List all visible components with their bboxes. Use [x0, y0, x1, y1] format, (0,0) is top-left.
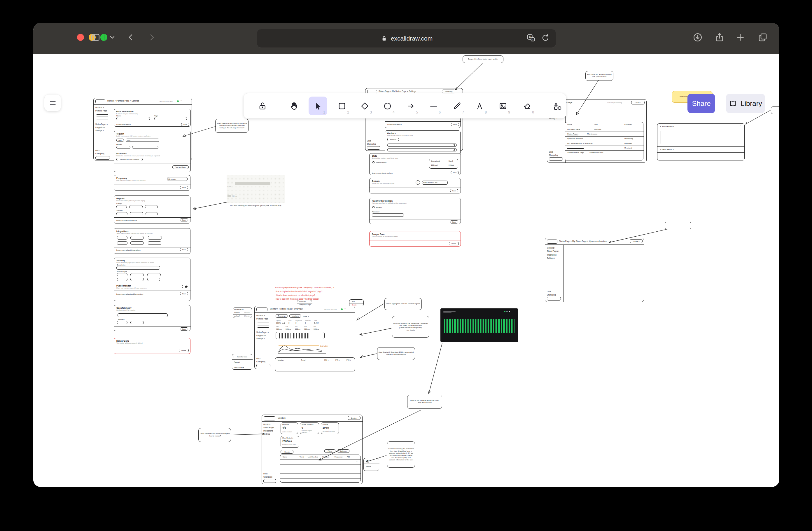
card-danger-monitor[interactable]: Danger ZoneThis monitor will be permanen…: [114, 338, 190, 354]
sticky-new-monitor[interactable]: When creating a new monitor, only show t…: [215, 119, 248, 133]
card-stats[interactable]: StatsSelect all the monitors you'd like …: [369, 153, 461, 175]
tool-image-button[interactable]: 9: [493, 97, 512, 115]
sticky-cards-space[interactable]: These cards take too much visual space -…: [198, 428, 231, 442]
wire-card: Uptime100%across all monitors: [321, 422, 339, 434]
sticky-values-aggregated[interactable]: Values aggregated over ALL selected regi…: [385, 298, 422, 310]
share-page-icon[interactable]: [714, 31, 725, 43]
sticky-area-chart[interactable]: Area Chart with Download, DNS,... aggreg…: [377, 347, 415, 360]
reload-icon[interactable]: [541, 33, 550, 43]
tab-overview-icon[interactable]: [757, 31, 769, 43]
wire-bc: Status Page > My Status Page > Upstream …: [559, 240, 607, 242]
card-danger-statuspage[interactable]: Danger ZoneThis monitor will be permanen…: [369, 231, 461, 246]
wire-txt: Learn more about regions: [372, 172, 393, 174]
menu-edit-delete[interactable]: EditDelete: [349, 299, 364, 306]
library-button[interactable]: Library: [726, 94, 765, 113]
wf-status-report[interactable]: ∨ Status Report X...> Status Report Y: [657, 124, 745, 160]
sticky-badge[interactable]: Badge of the latest status report update: [463, 55, 504, 63]
whiteboard-canvas[interactable]: To move canvas, hold mouse wheel or spac…: [33, 54, 779, 487]
wire-hl: [258, 322, 269, 322]
tool-rectangle-button[interactable]: 2: [333, 97, 351, 115]
wf-upstream-downtime[interactable]: Status Page > My Status Page > Upstream …: [545, 238, 644, 302]
wire-cs: This monitor will be permanently deleted: [372, 235, 398, 237]
wire-ct: Frequency: [116, 177, 127, 180]
tool-selection-button[interactable]: 1: [308, 97, 327, 115]
back-button[interactable]: [125, 31, 137, 43]
card-domain[interactable]: DomainDefine your own subdomain to use✓s…: [369, 178, 461, 193]
map-caption[interactable]: Use dots showing the active regions (gre…: [227, 204, 285, 207]
wire-si: Integrations: [256, 334, 266, 336]
wire-hl: [258, 327, 269, 328]
wire-cs: across all monitors: [323, 430, 338, 432]
tool-eraser-button[interactable]: 0: [518, 97, 536, 115]
tool-lock-button[interactable]: [253, 97, 272, 115]
sticky-percentiles[interactable]: Consider removing the percentiles here f…: [387, 442, 415, 468]
card-password[interactable]: Password protectionHide your page from t…: [369, 198, 461, 224]
wire-circ: [234, 356, 236, 358]
toolbar-divider: [277, 99, 277, 113]
wire-txt: Share values: [376, 161, 387, 163]
wire-si: Changelog: [256, 361, 265, 363]
close-window-button[interactable]: [77, 34, 84, 41]
tool-line-button[interactable]: 6: [424, 97, 443, 115]
card-integrations[interactable]: IntegrationsSelect the notification chan…: [114, 228, 190, 254]
wf-monitor-overview[interactable]: Monitor > Portfolio Page > Overviewlast …: [254, 306, 355, 369]
wire-si: Docs: [549, 151, 553, 153]
wire-card: LocationTrendP50 ↕P75 ↕P99 ↕: [275, 357, 355, 371]
wire-card: NameTrendLast CheckedUp/DownFrequencyP50…: [280, 455, 361, 483]
translate-icon[interactable]: Ax: [526, 33, 536, 43]
svg-text:x: x: [532, 38, 534, 41]
wire-lb: Active Incidents: [302, 424, 314, 426]
card-regions[interactable]: RegionsWhere around the globe do you wan…: [114, 196, 190, 224]
wire-hl: [385, 121, 461, 122]
wire-si: Docs: [367, 140, 371, 142]
tool-ellipse-button[interactable]: 4: [378, 97, 397, 115]
note-red-3[interactable]: How to share on-demand vs. scheduled pin…: [276, 294, 315, 296]
chevron-down-icon[interactable]: [106, 31, 118, 43]
wire-mapbox: [228, 195, 231, 197]
downloads-icon[interactable]: [692, 31, 704, 43]
wire-mut: ...: [345, 307, 346, 309]
tool-shortcut: 3: [370, 110, 372, 114]
sticky-add-cards[interactable]: Add cards, e.g 'add status report with u…: [585, 71, 613, 81]
world-map[interactable]: 0 ms400 ms: [227, 175, 285, 203]
box-empty-note[interactable]: [665, 222, 691, 229]
address-bar[interactable]: excalidraw.com Ax: [257, 29, 556, 48]
tool-text-button[interactable]: 8: [470, 97, 489, 115]
wf-monitors-list[interactable]: MonitorsCreate +MonitorsStatus PagesInte…: [262, 415, 363, 484]
share-button[interactable]: Share: [687, 94, 715, 113]
menu-user[interactable]: Maximilian KaskeAccountSwitch theme: [232, 354, 252, 370]
tool-diamond-button[interactable]: 3: [355, 97, 374, 115]
tool-hand-button[interactable]: [285, 97, 303, 115]
new-tab-icon[interactable]: [735, 31, 746, 43]
wire-bt: Save: [450, 189, 458, 192]
connector-arrow: [361, 354, 377, 357]
tool-shapes-button[interactable]: [548, 97, 567, 115]
card-frequency[interactable]: FrequencyHow often do you want to ping y…: [114, 175, 190, 190]
card-opentelemetry[interactable]: OpenTelemetryConfigure your OTel exporte…: [114, 305, 190, 331]
main-menu-button[interactable]: [44, 95, 61, 111]
browser-titlebar: excalidraw.com Ax: [33, 23, 779, 54]
wire-mut: ...: [740, 124, 741, 126]
box-clipped-right[interactable]: [771, 106, 779, 114]
note-red-2[interactable]: How to display the timeline with 'failed…: [276, 290, 322, 292]
wire-cs: Uptime: [276, 320, 281, 321]
wire-in: [117, 321, 128, 324]
wf-monitor-settings[interactable]: Monitor > Portfolio Page > Settingslast …: [93, 98, 192, 160]
menu-workspaces[interactable]: Workspacesdrab-lock8 Monitorscool-stuff2…: [233, 307, 252, 318]
wire-si: Changelog: [547, 294, 556, 296]
tool-draw-button[interactable]: 7: [447, 97, 466, 115]
card-visibility[interactable]: VisibilitySelect the status pages you'd …: [114, 258, 190, 301]
sticky-bar-chart[interactable]: Bar Chart showing the 'operational', 'de…: [392, 316, 429, 338]
wire-s45: 2 Monitors: [244, 315, 250, 317]
wire-vl: [279, 421, 279, 485]
wire-bt: Columns: [337, 449, 349, 453]
tool-arrow-button[interactable]: 5: [401, 97, 420, 115]
forward-button[interactable]: [146, 31, 158, 43]
sidebar-toggle-icon[interactable]: [89, 31, 101, 43]
wire-cs: Degraded: [295, 320, 302, 321]
wire-txt: Clear ×: [303, 315, 309, 317]
sticky-same-as-bar[interactable]: I tend to say it's same as the Bar Chart…: [407, 395, 442, 409]
note-red-1[interactable]: How to display some settings like: 'Freq…: [275, 287, 334, 289]
image-dark-chart[interactable]: [440, 308, 518, 342]
note-red-4[interactable]: How to deal with 'Response Logs' / 'Sett…: [276, 298, 319, 300]
